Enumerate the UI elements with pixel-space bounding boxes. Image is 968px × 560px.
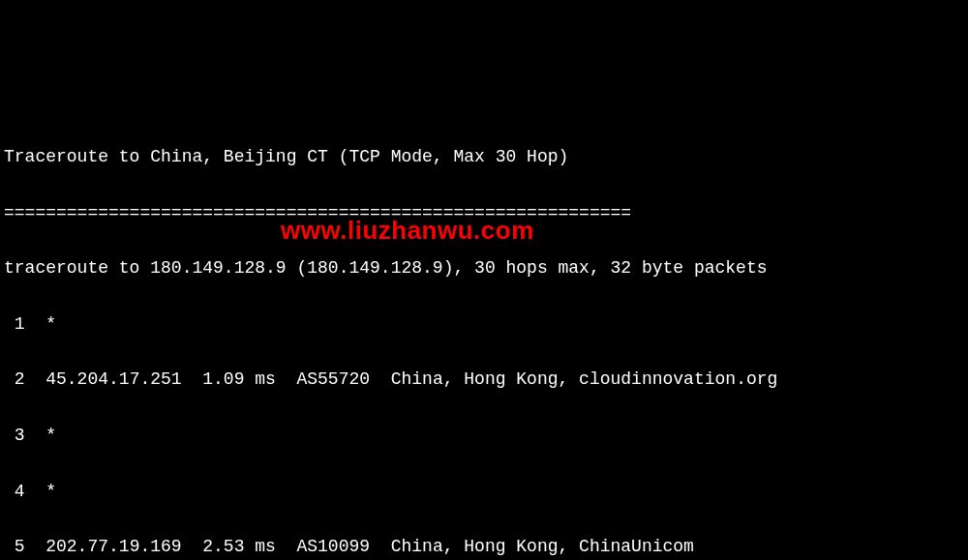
traceroute-title: Traceroute to China, Beijing CT (TCP Mod…: [4, 143, 964, 171]
traceroute-cmdline: traceroute to 180.149.128.9 (180.149.128…: [4, 254, 964, 282]
hop-detail: 202.77.19.169 2.53 ms AS10099 China, Hon…: [25, 537, 694, 556]
terminal-output: Traceroute to China, Beijing CT (TCP Mod…: [4, 115, 964, 560]
hop-row: 5 202.77.19.169 2.53 ms AS10099 China, H…: [4, 533, 964, 560]
separator-line: ========================================…: [4, 199, 964, 227]
hop-number: 4: [4, 482, 25, 501]
hop-number: 1: [4, 314, 25, 334]
hop-row: 1 *: [4, 310, 964, 339]
hop-detail: *: [25, 482, 56, 501]
hop-number: 2: [4, 369, 25, 389]
hop-detail: 45.204.17.251 1.09 ms AS55720 China, Hon…: [25, 369, 778, 389]
hop-number: 3: [4, 426, 25, 445]
hop-row: 4 *: [4, 478, 964, 506]
hop-number: 5: [4, 537, 25, 556]
hop-detail: *: [25, 314, 56, 334]
hop-row: 3 *: [4, 422, 964, 450]
hop-detail: *: [25, 426, 56, 445]
hop-row: 2 45.204.17.251 1.09 ms AS55720 China, H…: [4, 366, 964, 394]
